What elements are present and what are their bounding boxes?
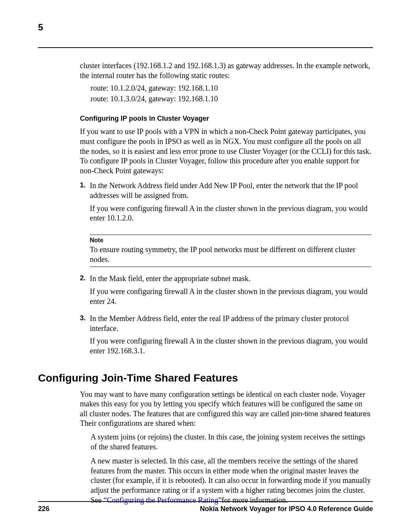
- step-3-number: 3.: [80, 314, 90, 358]
- step-1: 1. In the Network Address field under Ad…: [80, 181, 371, 225]
- note-bottom-rule: [90, 267, 371, 267]
- note-text: To ensure routing symmetry, the IP pool …: [90, 245, 371, 264]
- section-heading-join-time: Configuring Join-Time Shared Features: [38, 372, 373, 384]
- step-2-number: 2.: [80, 274, 90, 308]
- join-time-shared-features-term: join-time shared features: [291, 410, 370, 418]
- footer-title: Nokia Network Voyager for IPSO 4.0 Refer…: [200, 505, 373, 513]
- static-route-2: route: 10.1.3.0/24, gateway: 192.168.1.1…: [91, 94, 371, 104]
- join-intro-c: Their configurations are shared when:: [80, 419, 196, 427]
- note-top-rule: [90, 235, 371, 235]
- step-3-text: In the Member Address field, enter the r…: [90, 314, 371, 333]
- ip-pools-intro: If you want to use IP pools with a VPN i…: [80, 127, 371, 176]
- chapter-rule: [38, 47, 373, 48]
- step-2-text: In the Mask field, enter the appropriate…: [90, 274, 371, 284]
- step-2: 2. In the Mask field, enter the appropri…: [80, 274, 371, 308]
- intro-paragraph: cluster interfaces (192.168.1.2 and 192.…: [80, 61, 371, 80]
- step-1-followup: If you were configuring firewall A in th…: [90, 204, 371, 223]
- step-1-number: 1.: [80, 181, 90, 225]
- step-2-followup: If you were configuring firewall A in th…: [90, 287, 371, 306]
- join-time-intro: You may want to have many configuration …: [80, 390, 371, 428]
- join-bullet-2: A new master is selected. In this case, …: [91, 456, 371, 505]
- subheading-ip-pools: Configuring IP pools in Cluster Voyager: [80, 114, 371, 123]
- static-route-1: route: 10.1.2.0/24, gateway: 192.168.1.1…: [91, 83, 371, 93]
- page-number: 226: [38, 505, 49, 513]
- footer-rule: [38, 501, 373, 502]
- step-3-followup: If you were configuring firewall A in th…: [90, 336, 371, 356]
- chapter-number: 5: [38, 22, 373, 33]
- note-box: Note To ensure routing symmetry, the IP …: [90, 235, 371, 267]
- step-1-text: In the Network Address field under Add N…: [90, 181, 371, 200]
- join-bullet-1: A system joins (or rejoins) the cluster.…: [91, 432, 371, 452]
- step-3: 3. In the Member Address field, enter th…: [80, 314, 371, 358]
- note-label: Note: [90, 236, 371, 244]
- page-footer: 226 Nokia Network Voyager for IPSO 4.0 R…: [38, 501, 373, 513]
